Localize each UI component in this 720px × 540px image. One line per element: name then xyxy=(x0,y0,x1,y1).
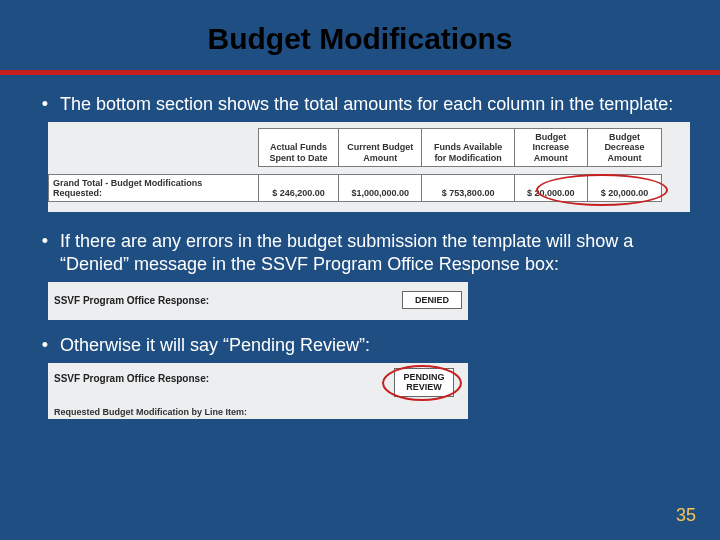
col-actual-funds: Actual Funds Spent to Date xyxy=(259,129,339,167)
response-value-pending: PENDING REVIEW xyxy=(394,368,454,397)
page-number: 35 xyxy=(676,505,696,526)
response-label: SSVF Program Office Response: xyxy=(54,373,209,384)
slide-title: Budget Modifications xyxy=(0,0,720,70)
col-budget-decrease: Budget Decrease Amount xyxy=(587,129,661,167)
bullet-1: • The bottom section shows the total amo… xyxy=(30,93,690,116)
response-label: SSVF Program Office Response: xyxy=(54,295,209,306)
bullet-2-text: If there are any errors in the budget su… xyxy=(60,230,690,276)
denied-response-image: SSVF Program Office Response: DENIED xyxy=(48,282,468,320)
bullet-3-text: Otherwise it will say “Pending Review”: xyxy=(60,334,690,357)
line-item-label: Requested Budget Modification by Line It… xyxy=(54,407,247,417)
val-funds-available: $ 753,800.00 xyxy=(422,175,514,202)
response-value-denied: DENIED xyxy=(402,291,462,309)
val-actual-funds: $ 246,200.00 xyxy=(259,175,339,202)
bullet-3: • Otherwise it will say “Pending Review”… xyxy=(30,334,690,357)
col-funds-available: Funds Available for Modification xyxy=(422,129,514,167)
val-budget-decrease: $ 20,000.00 xyxy=(587,175,661,202)
grand-total-table: Actual Funds Spent to Date Current Budge… xyxy=(48,128,662,202)
col-current-budget: Current Budget Amount xyxy=(339,129,422,167)
table-header-row: Actual Funds Spent to Date Current Budge… xyxy=(49,129,662,167)
col-budget-increase: Budget Increase Amount xyxy=(514,129,587,167)
bullet-dot: • xyxy=(30,230,60,276)
row-label: Grand Total - Budget Modifications Reque… xyxy=(49,175,259,202)
val-budget-increase: $ 20,000.00 xyxy=(514,175,587,202)
pending-response-image: SSVF Program Office Response: PENDING RE… xyxy=(48,363,468,419)
bullet-2: • If there are any errors in the budget … xyxy=(30,230,690,276)
bullet-dot: • xyxy=(30,334,60,357)
bullet-1-text: The bottom section shows the total amoun… xyxy=(60,93,690,116)
grand-total-table-image: Actual Funds Spent to Date Current Budge… xyxy=(48,122,690,212)
table-row: Grand Total - Budget Modifications Reque… xyxy=(49,175,662,202)
val-current-budget: $1,000,000.00 xyxy=(339,175,422,202)
bullet-dot: • xyxy=(30,93,60,116)
slide-body: • The bottom section shows the total amo… xyxy=(0,75,720,419)
